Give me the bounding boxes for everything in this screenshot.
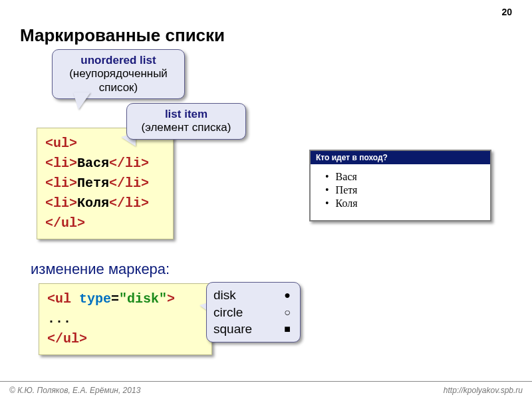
page-title: Маркированные списки	[20, 25, 225, 46]
browser-titlebar: Кто идет в поход?	[311, 151, 490, 164]
code-tag: <ul	[47, 291, 79, 307]
code-tag: </ul>	[47, 331, 87, 346]
code-tag: <li>	[45, 176, 77, 191]
code-text: Петя	[77, 176, 109, 191]
code-tag: </li>	[109, 176, 149, 191]
code-tag: <ul>	[45, 136, 77, 151]
list-item-label: Вася	[336, 171, 357, 182]
code-attr: type	[79, 291, 111, 307]
callout-bold: list item	[136, 108, 236, 121]
code-block-ul: <ul> <li>Вася</li> <li>Петя</li> <li>Кол…	[37, 128, 174, 239]
callout-sub: (неупорядоченный список)	[62, 67, 175, 94]
circle-icon: ○	[284, 305, 293, 320]
code-block-ul-type: <ul type="disk"> ... </ul>	[39, 283, 212, 355]
footer: © К.Ю. Поляков, Е.А. Ерёмин, 2013 http:/…	[0, 381, 532, 399]
footer-copyright: © К.Ю. Поляков, Е.А. Ерёмин, 2013	[9, 386, 140, 395]
marker-label: disk	[213, 287, 236, 304]
code-text: ...	[47, 311, 71, 327]
code-tag: <li>	[45, 156, 77, 171]
page-number: 20	[501, 7, 512, 17]
subheading: изменение маркера:	[31, 261, 170, 278]
code-tag: </ul>	[45, 215, 85, 231]
marker-label: circle	[213, 304, 243, 321]
marker-label: square	[213, 321, 252, 338]
browser-preview: Кто идет в поход? •Вася •Петя •Коля	[309, 150, 491, 221]
callout-list-item: list item (элемент списка)	[126, 103, 246, 140]
list-item-label: Петя	[336, 184, 358, 196]
footer-url: http://kpolyakov.spb.ru	[444, 386, 523, 395]
disc-icon: ●	[284, 288, 293, 303]
list-item: •Петя	[319, 184, 482, 196]
code-text: =	[111, 291, 119, 307]
square-icon: ■	[284, 322, 293, 336]
code-tag: </li>	[109, 196, 149, 211]
code-text: Коля	[77, 196, 109, 211]
callout-marker-types: disk● circle○ square■	[206, 282, 301, 342]
code-tag: <li>	[45, 196, 77, 211]
code-value: "disk"	[119, 291, 167, 307]
list-item: •Коля	[319, 198, 482, 209]
bullet-icon: •	[325, 171, 329, 182]
code-tag: >	[167, 291, 175, 307]
callout-bold: unordered list	[62, 54, 175, 67]
browser-content: •Вася •Петя •Коля	[311, 164, 490, 220]
code-tag: </li>	[109, 156, 149, 171]
bullet-icon: •	[325, 198, 329, 209]
bullet-icon: •	[325, 184, 329, 196]
code-text: Вася	[77, 156, 109, 171]
callout-unordered-list: unordered list (неупорядоченный список)	[52, 49, 185, 99]
callout-sub: (элемент списка)	[136, 121, 236, 134]
list-item: •Вася	[319, 171, 482, 183]
list-item-label: Коля	[336, 198, 358, 209]
callout-tail-icon	[73, 92, 90, 110]
